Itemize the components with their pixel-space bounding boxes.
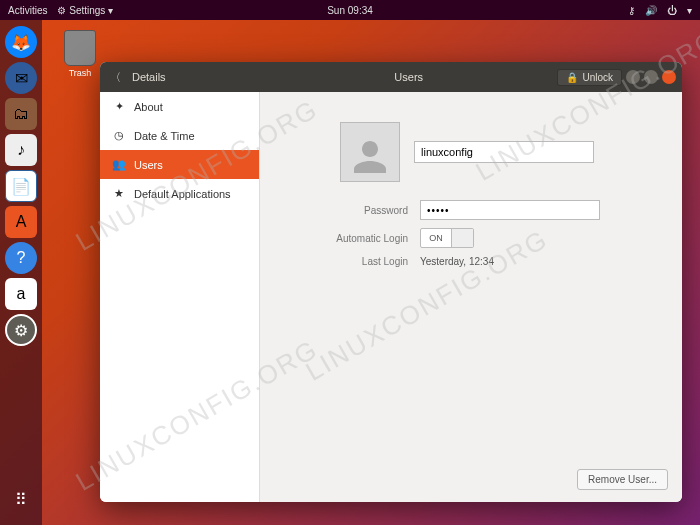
top-panel: Activities ⚙ Settings ▾ Sun 09:34 ⚷ 🔊 ⏻ … xyxy=(0,0,700,20)
dock-files[interactable]: 🗂 xyxy=(5,98,37,130)
close-button[interactable] xyxy=(662,70,676,84)
network-icon[interactable]: ⚷ xyxy=(628,5,635,16)
sidebar: ✦About ◷Date & Time 👥Users ★Default Appl… xyxy=(100,92,260,502)
password-label: Password xyxy=(280,205,420,216)
main-panel: Password Automatic Login ON Last Login Y… xyxy=(260,92,682,502)
sidebar-item-label: About xyxy=(134,101,163,113)
username-input[interactable] xyxy=(414,141,594,163)
system-menu-icon[interactable]: ▾ xyxy=(687,5,692,16)
app-menu-label: Settings ▾ xyxy=(69,5,113,16)
dock-firefox[interactable]: 🦊 xyxy=(5,26,37,58)
dock-rhythmbox[interactable]: ♪ xyxy=(5,134,37,166)
avatar[interactable] xyxy=(340,122,400,182)
switch-knob xyxy=(451,229,473,247)
titlebar: 〈 Details Users 🔒 Unlock xyxy=(100,62,682,92)
window-title: Users xyxy=(260,71,557,83)
dock-software[interactable]: A xyxy=(5,206,37,238)
sidebar-item-about[interactable]: ✦About xyxy=(100,92,259,121)
activities-button[interactable]: Activities xyxy=(8,5,47,16)
dock-amazon[interactable]: a xyxy=(5,278,37,310)
remove-user-button[interactable]: Remove User... xyxy=(577,469,668,490)
maximize-button[interactable] xyxy=(644,70,658,84)
desktop-trash[interactable]: Trash xyxy=(55,30,105,78)
autologin-switch[interactable]: ON xyxy=(420,228,474,248)
dock-settings[interactable]: ⚙ xyxy=(5,314,37,346)
dock-writer[interactable]: 📄 xyxy=(5,170,37,202)
volume-icon[interactable]: 🔊 xyxy=(645,5,657,16)
unlock-label: Unlock xyxy=(582,72,613,83)
dock: 🦊 ✉ 🗂 ♪ 📄 A ? a ⚙ ⠿ xyxy=(0,20,42,525)
power-icon[interactable]: ⏻ xyxy=(667,5,677,16)
unlock-button[interactable]: 🔒 Unlock xyxy=(557,69,622,86)
users-icon: 👥 xyxy=(112,158,126,171)
sidebar-item-label: Default Applications xyxy=(134,188,231,200)
section-title: Details xyxy=(132,71,166,83)
sidebar-item-label: Date & Time xyxy=(134,130,195,142)
sidebar-item-datetime[interactable]: ◷Date & Time xyxy=(100,121,259,150)
trash-label: Trash xyxy=(69,68,92,78)
sidebar-item-label: Users xyxy=(134,159,163,171)
minimize-button[interactable] xyxy=(626,70,640,84)
clock-icon: ◷ xyxy=(112,129,126,142)
dock-thunderbird[interactable]: ✉ xyxy=(5,62,37,94)
switch-state: ON xyxy=(421,233,451,243)
dock-help[interactable]: ? xyxy=(5,242,37,274)
trash-icon xyxy=(64,30,96,66)
info-icon: ✦ xyxy=(112,100,126,113)
lock-icon: 🔒 xyxy=(566,72,578,83)
lastlogin-label: Last Login xyxy=(280,256,420,267)
sidebar-item-default-apps[interactable]: ★Default Applications xyxy=(100,179,259,208)
app-menu[interactable]: ⚙ Settings ▾ xyxy=(57,5,113,16)
lastlogin-value: Yesterday, 12:34 xyxy=(420,256,600,267)
show-applications[interactable]: ⠿ xyxy=(5,483,37,515)
back-button[interactable]: 〈 xyxy=(106,68,124,86)
sidebar-item-users[interactable]: 👥Users xyxy=(100,150,259,179)
person-icon xyxy=(346,133,394,181)
password-field[interactable] xyxy=(420,200,600,220)
settings-window: 〈 Details Users 🔒 Unlock ✦About ◷Date & … xyxy=(100,62,682,502)
clock[interactable]: Sun 09:34 xyxy=(327,5,373,16)
autologin-label: Automatic Login xyxy=(280,233,420,244)
star-icon: ★ xyxy=(112,187,126,200)
